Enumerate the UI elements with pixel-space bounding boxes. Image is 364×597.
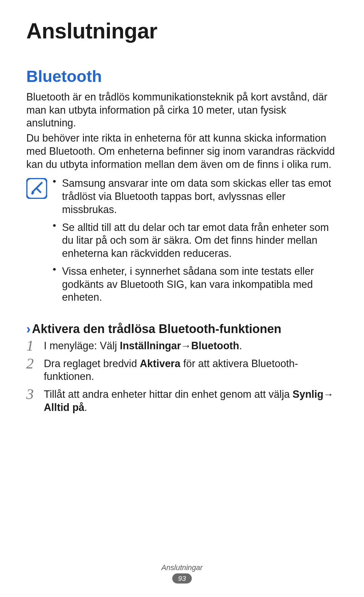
step-item: 1 I menyläge: Välj Inställningar → Bluet… xyxy=(26,339,338,352)
step-text: . xyxy=(84,401,87,413)
step-text: Dra reglaget bredvid xyxy=(44,358,140,369)
subsection-activate-bluetooth: ›Aktivera den trådlösa Bluetooth-funktio… xyxy=(26,322,338,414)
note-icon xyxy=(26,178,47,199)
section-title-bluetooth: Bluetooth xyxy=(26,67,338,86)
step-text: Tillåt att andra enheter hittar din enhe… xyxy=(44,388,293,400)
step-bold: Aktivera xyxy=(140,358,180,369)
intro-paragraph-2: Du behöver inte rikta in enheterna för a… xyxy=(26,131,338,171)
step-item: 3 Tillåt att andra enheter hittar din en… xyxy=(26,388,338,414)
step-text: . xyxy=(239,340,242,351)
intro-paragraph-1: Bluetooth är en trådlös kommunikationste… xyxy=(26,90,338,129)
step-item: 2 Dra reglaget bredvid Aktivera för att … xyxy=(26,357,338,383)
note-list: Samsung ansvarar inte om data som skicka… xyxy=(53,177,338,308)
step-bold: Alltid på xyxy=(44,401,84,413)
note-item: Samsung ansvarar inte om data som skicka… xyxy=(53,177,338,216)
step-bold: Inställningar xyxy=(120,340,181,351)
step-number: 3 xyxy=(26,385,34,404)
chevron-right-icon: › xyxy=(26,322,31,336)
arrow-right-icon: → xyxy=(324,388,334,401)
step-number: 2 xyxy=(26,354,34,373)
page-number-badge: 93 xyxy=(172,573,192,584)
chapter-title: Anslutningar xyxy=(26,19,338,43)
subsection-title-text: Aktivera den trådlösa Bluetooth-funktion… xyxy=(32,322,281,336)
page-footer: Anslutningar 93 xyxy=(0,563,364,584)
note-item: Se alltid till att du delar och tar emot… xyxy=(53,221,338,260)
arrow-right-icon: → xyxy=(181,339,191,352)
step-bold: Synlig xyxy=(293,388,324,400)
note-item: Vissa enheter, i synnerhet sådana som in… xyxy=(53,265,338,304)
steps-list: 1 I menyläge: Välj Inställningar → Bluet… xyxy=(26,339,338,414)
step-number: 1 xyxy=(26,336,34,355)
step-bold: Bluetooth xyxy=(191,340,239,351)
footer-section-label: Anslutningar xyxy=(0,563,364,572)
note-block: Samsung ansvarar inte om data som skicka… xyxy=(26,177,338,308)
subsection-title: ›Aktivera den trådlösa Bluetooth-funktio… xyxy=(26,322,338,336)
step-text: I menyläge: Välj xyxy=(44,340,120,351)
